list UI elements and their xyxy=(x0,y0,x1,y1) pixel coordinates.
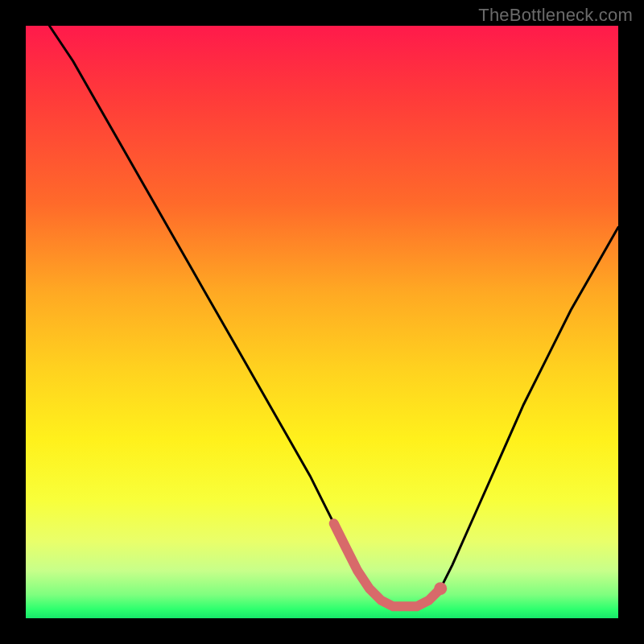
highlight-segment-path xyxy=(334,523,441,606)
plot-area xyxy=(26,26,618,618)
bottleneck-curve-svg xyxy=(26,26,618,618)
chart-frame: TheBottleneck.com xyxy=(0,0,644,644)
watermark-text: TheBottleneck.com xyxy=(478,5,633,26)
highlight-end-dot xyxy=(434,582,447,595)
